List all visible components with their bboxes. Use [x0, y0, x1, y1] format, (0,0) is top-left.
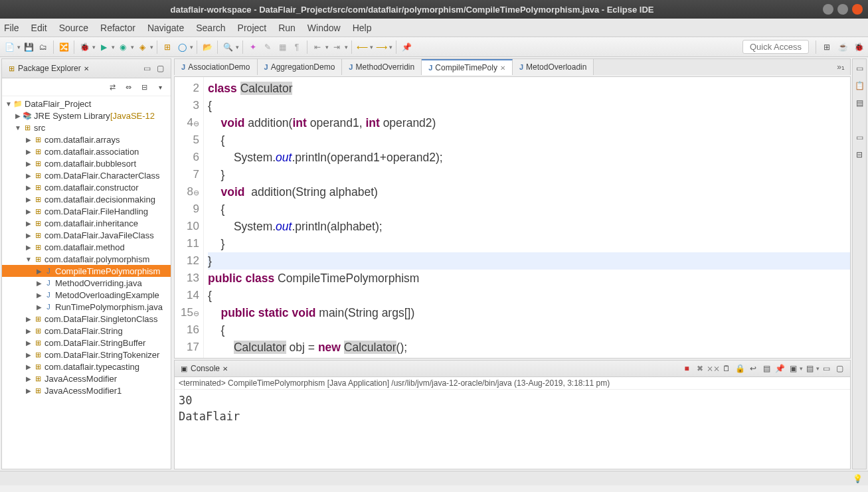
package-node[interactable]: ▶⊞com.dataflair.bubblesort: [2, 157, 171, 169]
package-node[interactable]: ▶⊞com.dataflair.arrays: [2, 133, 171, 145]
view-minimize-icon[interactable]: ▭: [140, 62, 153, 75]
menu-source[interactable]: Source: [59, 23, 88, 33]
toggle-block-icon[interactable]: ▦: [276, 41, 289, 54]
package-node[interactable]: ▶⊞JavaAcessModifier1: [2, 384, 171, 396]
run-last-icon[interactable]: ◈: [135, 41, 149, 54]
editor-tab[interactable]: JCompileTimePoly ✕: [422, 59, 513, 75]
run-icon[interactable]: ▶: [97, 41, 110, 54]
tip-icon[interactable]: 💡: [853, 474, 863, 483]
back-icon[interactable]: ⟵: [355, 41, 369, 54]
wand-icon[interactable]: ✦: [246, 41, 260, 54]
package-node[interactable]: ▶⊞com.dataflair.typecasting: [2, 361, 171, 372]
save-icon[interactable]: 💾: [22, 41, 35, 54]
menu-file[interactable]: File: [4, 23, 19, 33]
terminate-icon[interactable]: ■: [680, 362, 693, 375]
menu-project[interactable]: Project: [238, 23, 267, 33]
editor-tab[interactable]: JAggregationDemo: [258, 59, 343, 75]
console-max-icon[interactable]: ▢: [833, 362, 846, 375]
src-node[interactable]: ▼⊞src: [2, 122, 171, 133]
editor-tab[interactable]: JMetodOverloadin: [513, 59, 594, 75]
package-node[interactable]: ▶⊞com.DataFlair.FileHandling: [2, 205, 171, 217]
tasklist-icon[interactable]: 📋: [853, 79, 866, 92]
project-node[interactable]: ▼📁DataFlair_Project: [2, 98, 171, 110]
close-icon[interactable]: [852, 4, 863, 15]
display-selected-icon[interactable]: ▣: [786, 362, 800, 375]
switch-icon[interactable]: 🔀: [57, 41, 70, 54]
editor-tab[interactable]: JAssociationDemo: [175, 59, 258, 75]
code-area[interactable]: class Calculator{ void addition(int oper…: [204, 77, 850, 358]
restore-icon[interactable]: ▭: [853, 62, 866, 75]
tab-close-icon[interactable]: ✕: [84, 65, 89, 72]
open-perspective-icon[interactable]: ⊞: [820, 41, 833, 54]
open-console-icon[interactable]: ▤: [803, 362, 816, 375]
save-all-icon[interactable]: 🗂: [37, 41, 50, 54]
java-perspective-icon[interactable]: ☕: [836, 41, 849, 54]
package-node[interactable]: ▶⊞com.DataFlair.CharacterClass: [2, 169, 171, 181]
menu-run[interactable]: Run: [278, 23, 296, 33]
menu-navigate[interactable]: Navigate: [147, 23, 184, 33]
package-node[interactable]: ▶⊞com.dataflair.method: [2, 241, 171, 253]
remove-launch-icon[interactable]: ✖: [693, 362, 707, 375]
open-type-icon[interactable]: 📂: [201, 41, 214, 54]
java-file-node[interactable]: ▶JMethodOverriding.java: [2, 277, 171, 289]
jre-node[interactable]: ▶📚JRE System Library [JavaSE-12: [2, 110, 171, 122]
package-node[interactable]: ▶⊞com.dataflair.decisionmaking: [2, 193, 171, 205]
java-file-node[interactable]: ▶JMetodOverloadingExample: [2, 289, 171, 301]
coverage-icon[interactable]: ◉: [116, 41, 130, 54]
new-icon[interactable]: 📄: [3, 41, 16, 54]
debug-icon[interactable]: 🐞: [78, 41, 91, 54]
collapse-all-icon[interactable]: ⇄: [106, 80, 119, 94]
menu-refactor[interactable]: Refactor: [100, 23, 135, 33]
quick-access[interactable]: Quick Access: [742, 40, 809, 54]
ann-next-icon[interactable]: ⇥: [330, 41, 343, 54]
menu-help[interactable]: Help: [353, 23, 372, 33]
code-editor[interactable]: 234⊖5678⊖9101112131415⊖1617 class Calcul…: [174, 76, 851, 359]
show-console-icon[interactable]: ▤: [760, 362, 773, 375]
editor-tab[interactable]: JMethodOverridin: [342, 59, 422, 75]
new-pkg-icon[interactable]: ⊞: [161, 41, 174, 54]
clear-console-icon[interactable]: 🗒: [720, 362, 733, 375]
pin-console-icon[interactable]: 📌: [773, 362, 786, 375]
menu-edit[interactable]: Edit: [31, 23, 47, 33]
package-node[interactable]: ▶⊞com.dataflair.constructor: [2, 181, 171, 193]
view-menu-icon[interactable]: ▾: [153, 80, 167, 94]
package-node[interactable]: ▶⊞com.DataFlair.JavaFileClass: [2, 229, 171, 241]
new-class-icon[interactable]: ◯: [175, 41, 189, 54]
outline-trim-icon[interactable]: ▤: [853, 96, 866, 110]
java-file-node[interactable]: ▶JCompileTimePolymorphism: [2, 265, 171, 277]
debug-perspective-icon[interactable]: 🐞: [852, 41, 865, 54]
outline-icon[interactable]: ⊟: [853, 148, 866, 161]
toggle-mark-icon[interactable]: ✎: [261, 41, 274, 54]
word-wrap-icon[interactable]: ↩: [746, 362, 760, 375]
remove-all-icon[interactable]: ⨯⨯: [707, 362, 720, 375]
console-output[interactable]: 30 DataFlair: [175, 390, 850, 469]
restore2-icon[interactable]: ▭: [853, 131, 866, 144]
package-node[interactable]: ▶⊞com.DataFlair.String: [2, 325, 171, 337]
menu-search[interactable]: Search: [196, 23, 225, 33]
more-tabs[interactable]: »₁: [831, 62, 850, 72]
package-open[interactable]: ▼⊞com.dataflair.polymorphism: [2, 253, 171, 265]
link-editor-icon[interactable]: ⇔: [122, 80, 135, 94]
focus-icon[interactable]: ⊟: [137, 80, 151, 94]
package-tree[interactable]: ▼📁DataFlair_Project ▶📚JRE System Library…: [2, 96, 171, 469]
console-min-icon[interactable]: ▭: [820, 362, 833, 375]
package-node[interactable]: ▶⊞com.DataFlair.StringBuffer: [2, 337, 171, 349]
tab-close-icon[interactable]: ✕: [500, 64, 505, 72]
ann-prev-icon[interactable]: ⇤: [311, 41, 324, 54]
minimize-icon[interactable]: [823, 4, 833, 15]
java-file-node[interactable]: ▶JRunTimePolymorphism.java: [2, 301, 171, 313]
view-maximize-icon[interactable]: ▢: [153, 62, 167, 75]
package-node[interactable]: ▶⊞com.dataflair.association: [2, 145, 171, 157]
package-node[interactable]: ▶⊞JavaAcessModifier: [2, 372, 171, 384]
package-node[interactable]: ▶⊞com.DataFlair.StringTokenizer: [2, 349, 171, 361]
console-close-icon[interactable]: ✕: [222, 365, 228, 372]
menu-window[interactable]: Window: [307, 23, 341, 33]
forward-icon[interactable]: ⟶: [375, 41, 388, 54]
package-node[interactable]: ▶⊞com.dataflair.inheritance: [2, 217, 171, 229]
package-node[interactable]: ▶⊞com.DataFlair.SingletonClass: [2, 313, 171, 325]
scroll-lock-icon[interactable]: 🔒: [733, 362, 746, 375]
maximize-icon[interactable]: [837, 4, 848, 15]
toggle-ws-icon[interactable]: ¶: [290, 41, 304, 54]
pin-icon[interactable]: 📌: [400, 41, 413, 54]
search-icon[interactable]: 🔍: [221, 41, 234, 54]
